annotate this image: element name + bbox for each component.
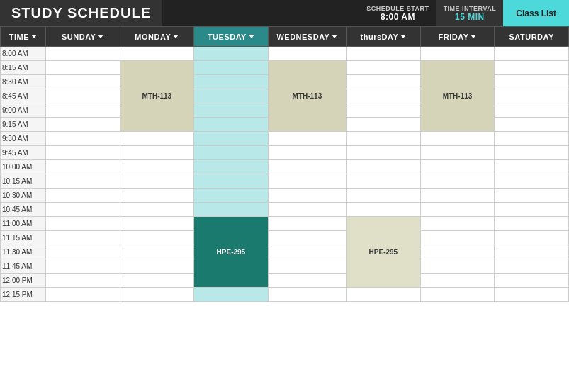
cell-monday-6[interactable]	[120, 132, 194, 146]
cell-sunday-4[interactable]	[45, 103, 120, 118]
thursday-col-dropdown-icon[interactable]	[400, 35, 406, 38]
cell-saturday-17[interactable]	[495, 288, 569, 302]
cell-saturday-7[interactable]	[495, 146, 569, 160]
cell-sunday-5[interactable]	[45, 118, 120, 132]
cell-wednesday-11[interactable]	[268, 203, 346, 217]
cell-wednesday-0[interactable]	[268, 47, 346, 61]
cell-sunday-1[interactable]	[45, 61, 120, 75]
cell-thursday-2[interactable]	[347, 75, 421, 89]
cell-tuesday-7[interactable]	[194, 146, 269, 160]
cell-monday-0[interactable]	[120, 47, 194, 61]
col-header-friday[interactable]: FRIDAY	[420, 27, 495, 47]
tuesday-col-dropdown-icon[interactable]	[249, 35, 254, 38]
cell-monday-8[interactable]	[120, 160, 194, 174]
time-col-dropdown-icon[interactable]	[31, 35, 37, 38]
cell-sunday-10[interactable]	[45, 189, 120, 203]
cell-friday-12[interactable]	[420, 217, 495, 231]
cell-saturday-14[interactable]	[495, 245, 569, 259]
cell-friday-7[interactable]	[420, 146, 495, 160]
col-header-saturday[interactable]: SATURDAY	[495, 27, 569, 47]
cell-tuesday-12[interactable]: HPE-295	[194, 217, 269, 288]
cell-sunday-9[interactable]	[45, 174, 120, 189]
cell-thursday-5[interactable]	[347, 118, 421, 132]
cell-friday-14[interactable]	[420, 245, 495, 259]
cell-wednesday-9[interactable]	[268, 174, 346, 189]
sunday-col-dropdown-icon[interactable]	[98, 35, 103, 38]
cell-thursday-9[interactable]	[347, 174, 421, 189]
cell-sunday-13[interactable]	[45, 231, 120, 245]
cell-sunday-8[interactable]	[45, 160, 120, 174]
cell-wednesday-16[interactable]	[268, 274, 346, 288]
cell-monday-12[interactable]	[120, 217, 194, 231]
cell-tuesday-10[interactable]	[194, 189, 269, 203]
cell-wednesday-8[interactable]	[268, 160, 346, 174]
col-header-monday[interactable]: MONDAY	[120, 27, 194, 47]
cell-tuesday-3[interactable]	[194, 89, 269, 103]
cell-thursday-4[interactable]	[347, 103, 421, 118]
cell-tuesday-17[interactable]	[194, 288, 269, 302]
cell-friday-8[interactable]	[420, 160, 495, 174]
cell-thursday-12[interactable]: HPE-295	[347, 217, 421, 288]
cell-wednesday-15[interactable]	[268, 259, 346, 274]
cell-tuesday-9[interactable]	[194, 174, 269, 189]
cell-tuesday-5[interactable]	[194, 118, 269, 132]
cell-monday-7[interactable]	[120, 146, 194, 160]
cell-friday-11[interactable]	[420, 203, 495, 217]
cell-thursday-6[interactable]	[347, 132, 421, 146]
cell-saturday-4[interactable]	[495, 103, 569, 118]
cell-saturday-8[interactable]	[495, 160, 569, 174]
cell-thursday-3[interactable]	[347, 89, 421, 103]
cell-tuesday-6[interactable]	[194, 132, 269, 146]
cell-sunday-11[interactable]	[45, 203, 120, 217]
cell-friday-0[interactable]	[420, 47, 495, 61]
cell-thursday-7[interactable]	[347, 146, 421, 160]
cell-wednesday-6[interactable]	[268, 132, 346, 146]
cell-saturday-16[interactable]	[495, 274, 569, 288]
cell-friday-10[interactable]	[420, 189, 495, 203]
monday-col-dropdown-icon[interactable]	[173, 35, 179, 38]
cell-tuesday-4[interactable]	[194, 103, 269, 118]
cell-friday-17[interactable]	[420, 288, 495, 302]
cell-friday-13[interactable]	[420, 231, 495, 245]
cell-thursday-8[interactable]	[347, 160, 421, 174]
cell-thursday-1[interactable]	[347, 61, 421, 75]
col-header-thursday[interactable]: thursDAY	[347, 27, 421, 47]
cell-monday-15[interactable]	[120, 259, 194, 274]
cell-tuesday-0[interactable]	[194, 47, 269, 61]
cell-wednesday-13[interactable]	[268, 231, 346, 245]
cell-wednesday-17[interactable]	[268, 288, 346, 302]
cell-tuesday-8[interactable]	[194, 160, 269, 174]
cell-saturday-9[interactable]	[495, 174, 569, 189]
cell-monday-14[interactable]	[120, 245, 194, 259]
cell-saturday-13[interactable]	[495, 231, 569, 245]
wednesday-col-dropdown-icon[interactable]	[332, 35, 337, 38]
cell-friday-15[interactable]	[420, 259, 495, 274]
cell-sunday-15[interactable]	[45, 259, 120, 274]
cell-sunday-0[interactable]	[45, 47, 120, 61]
cell-wednesday-14[interactable]	[268, 245, 346, 259]
cell-sunday-6[interactable]	[45, 132, 120, 146]
cell-sunday-12[interactable]	[45, 217, 120, 231]
cell-saturday-10[interactable]	[495, 189, 569, 203]
cell-friday-6[interactable]	[420, 132, 495, 146]
cell-monday-17[interactable]	[120, 288, 194, 302]
cell-thursday-0[interactable]	[347, 47, 421, 61]
cell-sunday-16[interactable]	[45, 274, 120, 288]
cell-sunday-2[interactable]	[45, 75, 120, 89]
cell-wednesday-7[interactable]	[268, 146, 346, 160]
cell-tuesday-1[interactable]	[194, 61, 269, 75]
col-header-time[interactable]: TIME	[1, 27, 46, 47]
cell-sunday-3[interactable]	[45, 89, 120, 103]
cell-saturday-15[interactable]	[495, 259, 569, 274]
cell-thursday-11[interactable]	[347, 203, 421, 217]
cell-friday-9[interactable]	[420, 174, 495, 189]
cell-wednesday-12[interactable]	[268, 217, 346, 231]
cell-monday-13[interactable]	[120, 231, 194, 245]
col-header-wednesday[interactable]: WEDNESDAY	[268, 27, 346, 47]
cell-monday-16[interactable]	[120, 274, 194, 288]
cell-saturday-1[interactable]	[495, 61, 569, 75]
cell-saturday-2[interactable]	[495, 75, 569, 89]
cell-sunday-17[interactable]	[45, 288, 120, 302]
cell-saturday-3[interactable]	[495, 89, 569, 103]
cell-saturday-6[interactable]	[495, 132, 569, 146]
